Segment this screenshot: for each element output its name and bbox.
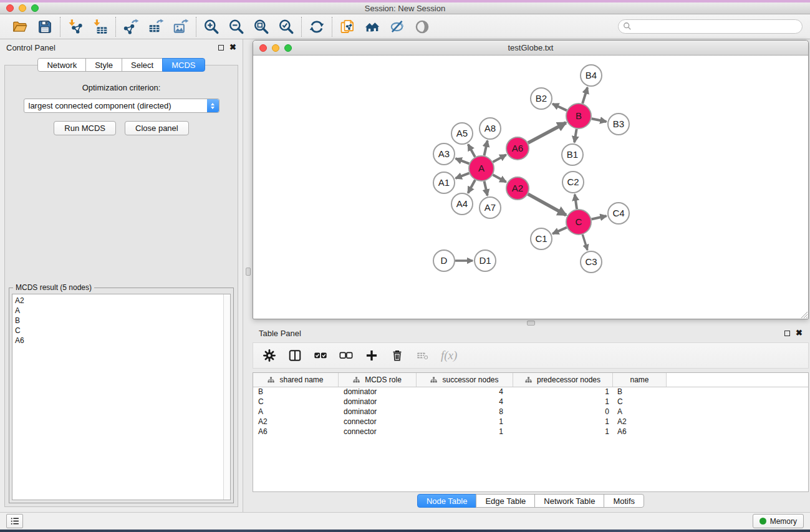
table-row[interactable]: Bdominator41B (253, 387, 808, 397)
graph-node-B1[interactable]: B1 (562, 144, 583, 165)
graph-node-B4[interactable]: B4 (581, 65, 602, 86)
table-cell: B (613, 387, 667, 397)
trash-icon[interactable] (390, 348, 405, 363)
graph-node-C4[interactable]: C4 (608, 203, 629, 224)
column-header-successor-nodes[interactable]: successor nodes (417, 373, 513, 387)
select-all-icon[interactable] (313, 348, 328, 363)
list-scrollbar[interactable] (223, 294, 230, 500)
export-table-icon[interactable] (147, 17, 165, 36)
app-titlebar[interactable]: Session: New Session (0, 2, 810, 14)
graph-node-D[interactable]: D (433, 250, 455, 271)
eye-icon[interactable] (413, 17, 432, 36)
tab-network[interactable]: Network (37, 58, 86, 72)
mcds-result-list[interactable]: A2ABCA6 (12, 294, 231, 500)
export-image-icon[interactable] (171, 17, 190, 36)
resize-grip-icon[interactable] (799, 310, 808, 318)
node-table: shared nameMCDS rolesuccessor nodesprede… (253, 372, 809, 492)
close-table-panel-icon[interactable]: ✖ (796, 330, 803, 336)
table-cell: 1 (513, 397, 613, 407)
open-file-icon[interactable] (11, 17, 29, 36)
close-panel-icon[interactable]: ✖ (229, 44, 236, 51)
graph-node-A[interactable]: A (469, 156, 494, 181)
home-icon[interactable] (363, 17, 382, 36)
graph-node-C3[interactable]: C3 (581, 251, 602, 273)
mcds-result-item[interactable]: A2 (15, 296, 230, 306)
graph-node-A7[interactable]: A7 (480, 197, 501, 218)
tab-node-table[interactable]: Node Table (417, 494, 477, 508)
table-row[interactable]: A2connector11A2 (253, 417, 808, 427)
gear-icon[interactable] (262, 348, 277, 363)
graph-node-A3[interactable]: A3 (433, 143, 455, 165)
desktop-pane: testGlobe.txt B4B2BB3A5A8A6B1A3AA1C2A2A4… (243, 39, 810, 512)
desktop-vertical-scroll-thumb[interactable] (246, 268, 251, 276)
network-graph[interactable]: B4B2BB3A5A8A6B1A3AA1C2A2A4A7CC4C1C3DD1 (253, 56, 808, 319)
search-input[interactable] (618, 19, 803, 34)
add-icon[interactable] (364, 348, 379, 363)
graph-node-B2[interactable]: B2 (531, 88, 552, 109)
network-canvas[interactable]: B4B2BB3A5A8A6B1A3AA1C2A2A4A7CC4C1C3DD1 (253, 56, 808, 319)
table-cell: C (253, 397, 339, 407)
table-cell: 8 (417, 407, 513, 417)
mcds-result-item[interactable]: C (15, 326, 230, 336)
clone-network-icon[interactable] (338, 17, 357, 36)
export-network-icon[interactable] (122, 17, 140, 36)
graph-node-A4[interactable]: A4 (451, 193, 473, 215)
column-header-MCDS-role[interactable]: MCDS role (339, 373, 417, 387)
table-row[interactable]: Cdominator41C (253, 397, 808, 407)
toggle-graphics-details-icon[interactable] (388, 17, 407, 36)
svg-text:C2: C2 (567, 177, 579, 187)
control-panel-tabs: NetworkStyleSelectMCDS (0, 58, 243, 72)
graph-node-C2[interactable]: C2 (562, 172, 584, 193)
tab-select[interactable]: Select (122, 58, 163, 72)
mcds-tab-content: Optimization criterion: largest connecte… (4, 65, 238, 507)
svg-text:C: C (576, 216, 582, 227)
zoom-selected-icon[interactable] (277, 17, 296, 36)
float-panel-icon[interactable] (218, 45, 224, 51)
column-header-shared-name[interactable]: shared name (253, 373, 339, 387)
zoom-fit-icon[interactable] (252, 17, 271, 36)
close-panel-button[interactable]: Close panel (125, 121, 189, 135)
network-window-titlebar[interactable]: testGlobe.txt (253, 41, 808, 56)
table-row[interactable]: A6connector11A6 (253, 427, 808, 437)
task-history-button[interactable] (6, 514, 23, 528)
table-row[interactable]: Adominator80A (253, 407, 808, 417)
graph-node-A8[interactable]: A8 (480, 118, 501, 139)
graph-node-A5[interactable]: A5 (451, 123, 473, 144)
graph-node-A2[interactable]: A2 (506, 177, 529, 200)
graph-node-B[interactable]: B (566, 104, 591, 128)
import-network-icon[interactable] (66, 17, 85, 36)
optimization-criterion-select[interactable]: largest connected component (directed) (24, 99, 219, 113)
graph-node-A1[interactable]: A1 (433, 172, 455, 193)
table-cell: 1 (417, 427, 513, 437)
run-mcds-button[interactable]: Run MCDS (54, 121, 116, 135)
mcds-result-item[interactable]: A (15, 306, 230, 316)
columns-icon[interactable] (287, 348, 302, 363)
tab-edge-table[interactable]: Edge Table (476, 494, 535, 508)
tab-mcds[interactable]: MCDS (162, 58, 205, 72)
zoom-out-icon[interactable] (227, 17, 246, 36)
table-cell: C (613, 397, 667, 407)
column-header-predecessor-nodes[interactable]: predecessor nodes (513, 373, 613, 387)
function-builder-icon: f(x) (441, 349, 457, 362)
graph-node-A6[interactable]: A6 (506, 137, 529, 160)
mcds-result-item[interactable]: A6 (15, 336, 230, 346)
svg-text:A1: A1 (438, 177, 450, 188)
deselect-all-icon[interactable] (339, 348, 354, 363)
mcds-result-item[interactable]: B (15, 316, 230, 326)
graph-node-B3[interactable]: B3 (608, 114, 629, 135)
refresh-layout-icon[interactable] (307, 17, 326, 36)
graph-node-C[interactable]: C (566, 210, 591, 235)
save-session-icon[interactable] (36, 17, 54, 36)
import-table-icon[interactable] (91, 17, 110, 36)
zoom-in-icon[interactable] (202, 17, 221, 36)
float-table-panel-icon[interactable] (784, 331, 790, 336)
memory-button[interactable]: Memory (753, 514, 804, 528)
tab-style[interactable]: Style (85, 58, 122, 72)
table-cell: connector (339, 417, 417, 427)
tab-network-table[interactable]: Network Table (534, 494, 604, 508)
column-header-name[interactable]: name (613, 373, 667, 387)
graph-node-D1[interactable]: D1 (475, 250, 496, 271)
toolbar-group (332, 17, 437, 36)
graph-node-C1[interactable]: C1 (531, 228, 552, 249)
tab-motifs[interactable]: Motifs (604, 494, 644, 508)
